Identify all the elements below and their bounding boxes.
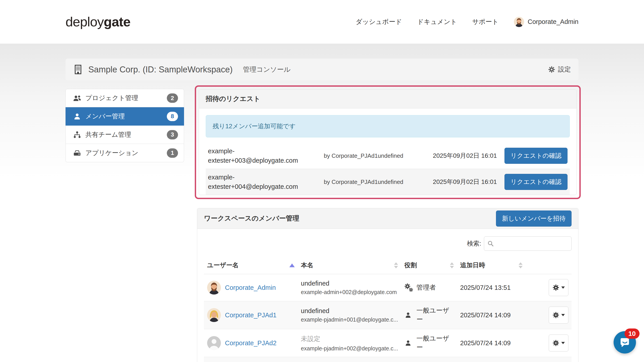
- nav-user-menu[interactable]: Corporate_Admin: [514, 17, 578, 27]
- sidebar-item-projects[interactable]: プロジェクト管理 2: [66, 89, 184, 107]
- member-email: example-admin+002@deploygate.com: [301, 289, 398, 295]
- request-email: example-extester+003@deploygate.com: [208, 146, 311, 165]
- member-role: 一般ユーザー: [416, 334, 454, 352]
- invite-request-row: example-extester+003@deploygate.com by C…: [206, 143, 570, 169]
- member-realname: undefined: [301, 307, 398, 315]
- deploygate-logo[interactable]: deploygate: [66, 14, 130, 29]
- search-box: [484, 236, 572, 251]
- sidebar: プロジェクト管理 2 メンバー管理 8 共有チーム管理 3: [66, 89, 184, 362]
- search-row: 検索:: [204, 236, 572, 251]
- sitemap-icon: [73, 131, 82, 139]
- nav-dashboard[interactable]: ダッシュボード: [356, 17, 402, 26]
- member-realname: undefined: [301, 280, 398, 287]
- request-date: 2025年09月02日 16:01: [433, 178, 497, 186]
- workspace-title: Sample Corp. (ID: SampleWorkspace): [88, 65, 233, 74]
- main-column: 招待のリクエスト 残り12メンバー追加可能です example-extester…: [197, 89, 578, 362]
- invite-new-member-button[interactable]: 新しいメンバーを招待: [496, 211, 572, 227]
- sort-icon: [394, 262, 398, 268]
- sidebar-item-label: アプリケーション: [86, 149, 138, 158]
- default-avatar: [207, 336, 221, 350]
- column-header-added[interactable]: 追加日時: [457, 257, 526, 274]
- gear-icon: [552, 284, 559, 291]
- logo-text-deploy: deploy: [66, 14, 104, 29]
- gear-icon: [552, 312, 559, 319]
- sidebar-item-label: プロジェクト管理: [86, 94, 138, 103]
- main-nav: ダッシュボード ドキュメント サポート Corporate_Admin: [356, 17, 579, 27]
- person-icon: [73, 113, 82, 120]
- member-username-link[interactable]: Corporate_Admin: [225, 284, 276, 291]
- invite-requests-body: 残り12メンバー追加可能です example-extester+003@depl…: [199, 108, 576, 195]
- person-icon: [404, 311, 413, 320]
- logo-text-gate: gate: [104, 14, 130, 29]
- member-username-link[interactable]: Corporate_PJAd2: [225, 340, 276, 347]
- sidebar-item-shared-teams[interactable]: 共有チーム管理 3: [66, 126, 184, 144]
- search-input[interactable]: [496, 240, 568, 247]
- workspace-subtitle: 管理コンソール: [243, 65, 291, 74]
- gears-icon: [404, 283, 413, 292]
- request-by: by Corporate_PJAd1undefined: [311, 179, 433, 185]
- count-badge: 1: [167, 148, 178, 158]
- invite-requests-title: 招待のリクエスト: [206, 94, 260, 103]
- members-table: ユーザー名 本名 役割 追加日時 Corporate_: [204, 257, 572, 362]
- settings-label: 設定: [558, 65, 571, 74]
- members-panel: ワークスペースのメンバー管理 新しいメンバーを招待 検索:: [197, 208, 578, 362]
- nav-support[interactable]: サポート: [472, 17, 499, 26]
- column-header-actions: [526, 257, 572, 274]
- request-by: by Corporate_PJAd1undefined: [311, 152, 433, 159]
- workspace-header-bar: Sample Corp. (ID: SampleWorkspace) 管理コンソ…: [66, 58, 578, 80]
- users-icon: [73, 94, 82, 102]
- gear-icon: [548, 66, 555, 73]
- sidebar-item-label: 共有チーム管理: [86, 130, 131, 139]
- member-settings-dropdown[interactable]: [549, 279, 568, 296]
- invite-requests-heading: 招待のリクエスト: [199, 90, 576, 108]
- member-role: 管理者: [416, 283, 436, 292]
- nav-documents[interactable]: ドキュメント: [417, 17, 457, 26]
- search-label: 検索:: [467, 239, 481, 248]
- member-row: Corporate_PJAd2 未設定example-pjadmin+002@d…: [204, 329, 572, 357]
- sort-asc-icon: [289, 264, 295, 267]
- person-icon: [404, 339, 413, 348]
- capacity-alert: 残り12メンバー追加可能です: [206, 115, 570, 137]
- sidebar-item-label: メンバー管理: [86, 112, 125, 121]
- column-header-realname[interactable]: 本名: [298, 257, 402, 274]
- column-header-username[interactable]: ユーザー名: [204, 257, 298, 274]
- workspace-settings-link[interactable]: 設定: [548, 65, 571, 74]
- container: Sample Corp. (ID: SampleWorkspace) 管理コンソ…: [66, 44, 578, 344]
- sort-icon: [450, 262, 454, 268]
- member-row: Corporate_Admin undefinedexample-admin+0…: [204, 274, 572, 301]
- confirm-request-button[interactable]: リクエストの確認: [504, 174, 568, 190]
- members-body: 検索: ユーザー名: [197, 229, 578, 362]
- header-inner: deploygate ダッシュボード ドキュメント サポート Corporate…: [66, 0, 578, 43]
- member-realname: 未設定: [301, 335, 398, 344]
- chevron-down-icon: [561, 287, 565, 289]
- member-row: Corporate_PJAd1 undefinedexample-pjadmin…: [204, 301, 572, 329]
- sidebar-item-members[interactable]: メンバー管理 8: [66, 107, 184, 126]
- top-header: deploygate ダッシュボード ドキュメント サポート Corporate…: [0, 0, 644, 44]
- member-added-date: 2025/07/24 13:51: [460, 284, 511, 291]
- confirm-request-button[interactable]: リクエストの確認: [504, 148, 568, 164]
- search-icon: [487, 240, 494, 247]
- sidebar-item-applications[interactable]: アプリケーション 1: [66, 144, 184, 162]
- members-heading: ワークスペースのメンバー管理 新しいメンバーを招待: [197, 208, 578, 229]
- chat-launcher-button[interactable]: 10: [614, 331, 636, 354]
- member-settings-dropdown[interactable]: [549, 335, 568, 352]
- member-row-partial: [204, 357, 572, 362]
- member-added-date: 2025/07/24 14:09: [460, 340, 511, 347]
- page: deploygate ダッシュボード ドキュメント サポート Corporate…: [0, 0, 644, 362]
- invite-requests-panel: 招待のリクエスト 残り12メンバー追加可能です example-extester…: [199, 89, 577, 195]
- woman-avatar: [207, 308, 221, 322]
- table-header-row: ユーザー名 本名 役割 追加日時: [204, 257, 572, 274]
- invite-request-row: example-extester+004@deploygate.com by C…: [206, 169, 570, 195]
- content-row: プロジェクト管理 2 メンバー管理 8 共有チーム管理 3: [66, 89, 578, 362]
- member-username-link[interactable]: Corporate_PJAd1: [225, 312, 276, 319]
- app-box-icon: [73, 149, 82, 157]
- man-avatar: [207, 281, 221, 295]
- column-header-role[interactable]: 役割: [401, 257, 457, 274]
- count-badge: 8: [167, 112, 178, 121]
- request-date: 2025年09月02日 16:01: [433, 151, 497, 160]
- member-role: 一般ユーザー: [416, 306, 454, 324]
- member-email: example-pjadmin+002@deploygate.c...: [301, 345, 398, 352]
- count-badge: 2: [167, 93, 178, 103]
- member-settings-dropdown[interactable]: [549, 307, 568, 324]
- request-email: example-extester+004@deploygate.com: [208, 173, 311, 191]
